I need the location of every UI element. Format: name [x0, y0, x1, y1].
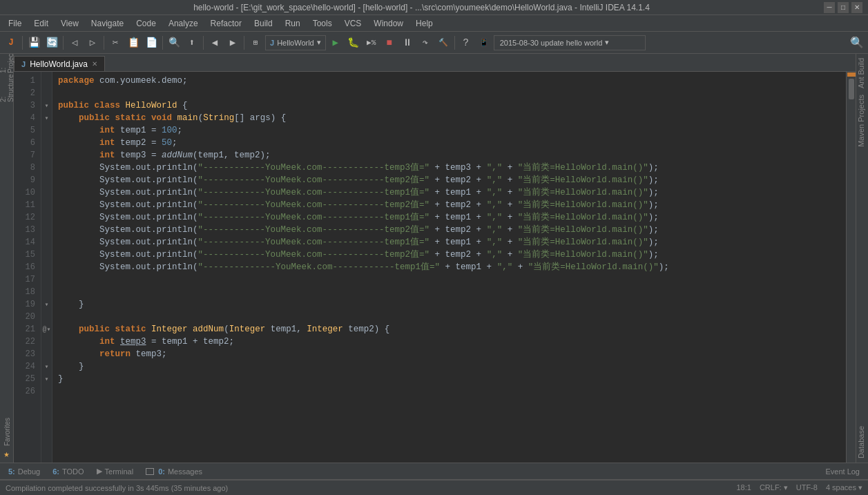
cut-button[interactable]: ✂: [107, 35, 124, 51]
gutter-row-26[interactable]: [41, 385, 52, 398]
messages-icon: [146, 468, 154, 475]
gutter-row-7[interactable]: [41, 149, 52, 162]
device-button[interactable]: 📱: [476, 35, 492, 51]
debug-tab[interactable]: 5: Debug: [3, 464, 46, 479]
scrollbar-thumb[interactable]: [849, 79, 854, 99]
messages-tab[interactable]: 0: Messages: [140, 464, 208, 479]
menu-edit[interactable]: Edit: [28, 17, 54, 30]
code-line-15: System.out.println("------------YouMeek.…: [58, 249, 843, 261]
gutter-row-14[interactable]: [41, 236, 52, 249]
gutter-row-1[interactable]: [41, 75, 52, 87]
ant-build-panel[interactable]: Ant Build: [858, 55, 867, 91]
sidebar-item-favorites[interactable]: Favorites: [1, 426, 12, 437]
gutter-row-22[interactable]: [41, 336, 52, 348]
event-log-button[interactable]: Event Log: [820, 464, 865, 479]
editor-tab-helloworld[interactable]: J HelloWorld.java ✕: [14, 56, 105, 71]
sidebar-item-project[interactable]: 1: Project: [1, 57, 12, 68]
step-over[interactable]: ↷: [417, 35, 434, 51]
build-project[interactable]: 🔨: [435, 35, 452, 51]
maven-projects-panel[interactable]: Maven Projects: [858, 92, 867, 150]
favorites-star-icon[interactable]: ★: [3, 445, 9, 463]
terminal-tab[interactable]: ▶ Terminal: [91, 464, 139, 479]
run-config-selector[interactable]: J HelloWorld ▾: [265, 35, 326, 50]
gutter-row-25[interactable]: ▾: [41, 373, 52, 385]
code-line-18: [58, 286, 843, 298]
save-button[interactable]: 💾: [26, 35, 42, 51]
gutter-row-9[interactable]: [41, 174, 52, 186]
scrollbar-track[interactable]: [849, 79, 854, 461]
menu-help[interactable]: Help: [410, 17, 438, 30]
help-button[interactable]: ?: [458, 35, 474, 51]
window-controls[interactable]: ─ □ ✕: [824, 2, 862, 13]
gutter-row-21[interactable]: @▾: [41, 323, 52, 336]
toolbar-separator-5: [203, 36, 204, 50]
menu-window[interactable]: Window: [368, 17, 409, 30]
redo-button[interactable]: ▷: [84, 35, 101, 51]
code-content[interactable]: package com.youmeek.demo; public class H…: [52, 72, 846, 463]
code-line-3: public class HelloWorld {: [58, 99, 843, 112]
gutter-row-23[interactable]: [41, 348, 52, 360]
gutter-row-15[interactable]: [41, 249, 52, 261]
paste-button[interactable]: 📄: [143, 35, 160, 51]
menu-view[interactable]: View: [55, 17, 84, 30]
code-line-19: }: [58, 298, 843, 311]
find-button[interactable]: 🔍: [166, 35, 182, 51]
menu-tools[interactable]: Tools: [307, 17, 338, 30]
gutter-row-5[interactable]: [41, 124, 52, 137]
menu-run[interactable]: Run: [280, 17, 306, 30]
close-button[interactable]: ✕: [851, 2, 862, 13]
copy-button[interactable]: 📋: [125, 35, 142, 51]
run-with-coverage[interactable]: ▶%: [363, 35, 380, 51]
menu-vcs[interactable]: VCS: [339, 17, 367, 30]
nav-back-button[interactable]: ◀: [206, 35, 223, 51]
gutter-row-16[interactable]: [41, 261, 52, 273]
vcs-commit-label[interactable]: 2015-08-30 update hello world ▾: [494, 35, 646, 50]
menu-file[interactable]: File: [3, 17, 27, 30]
gutter-row-20[interactable]: [41, 311, 52, 323]
right-scrollbar[interactable]: [846, 72, 856, 463]
gutter-row-13[interactable]: [41, 224, 52, 236]
gutter-row-2[interactable]: [41, 87, 52, 99]
messages-tab-num: 0:: [158, 467, 165, 476]
menu-build[interactable]: Build: [249, 17, 278, 30]
gutter-row-12[interactable]: [41, 211, 52, 224]
terminal-icon: ▶: [97, 467, 102, 476]
gutter-row-8[interactable]: [41, 162, 52, 174]
code-line-14: System.out.println("------------YouMeek.…: [58, 236, 843, 249]
menu-analyze[interactable]: Analyze: [163, 17, 204, 30]
gutter-row-17[interactable]: [41, 273, 52, 286]
sidebar-item-structure[interactable]: 2: Structure: [1, 83, 12, 94]
code-line-10: System.out.println("------------YouMeek.…: [58, 186, 843, 199]
intellij-icon[interactable]: J: [3, 35, 19, 51]
find-prev-button[interactable]: ⬆: [184, 35, 200, 51]
gutter-row-3[interactable]: ▾: [41, 99, 52, 112]
code-line-21: public static Integer addNum(Integer tem…: [58, 323, 843, 336]
menu-code[interactable]: Code: [131, 17, 162, 30]
gutter-row-18[interactable]: [41, 286, 52, 298]
code-line-26: [58, 385, 843, 398]
menu-navigate[interactable]: Navigate: [86, 17, 129, 30]
minimize-button[interactable]: ─: [824, 2, 835, 13]
todo-tab[interactable]: 6: TODO: [47, 464, 89, 479]
debug-button[interactable]: 🐛: [345, 35, 362, 51]
stop-button[interactable]: ■: [381, 35, 398, 51]
run-button[interactable]: ▶: [327, 35, 344, 51]
menu-refactor[interactable]: Refactor: [205, 17, 247, 30]
sync-button[interactable]: 🔄: [44, 35, 60, 51]
search-everywhere-button[interactable]: 🔍: [849, 35, 865, 51]
gutter-row-11[interactable]: [41, 199, 52, 211]
resume-button[interactable]: ⏸: [399, 35, 416, 51]
gutter-row-24[interactable]: ▾: [41, 360, 52, 373]
gutter-row-10[interactable]: [41, 186, 52, 199]
bookmark-button[interactable]: ⊞: [247, 35, 264, 51]
database-panel[interactable]: Database: [858, 423, 867, 461]
nav-fwd-button[interactable]: ▶: [224, 35, 241, 51]
tab-close-button[interactable]: ✕: [92, 60, 97, 68]
gutter-row-4[interactable]: ▾: [41, 112, 52, 124]
gutter-row-6[interactable]: [41, 137, 52, 149]
toolbar-separator-6: [244, 36, 244, 50]
gutter-row-19[interactable]: ▾: [41, 298, 52, 311]
maximize-button[interactable]: □: [838, 2, 849, 13]
undo-button[interactable]: ◁: [66, 35, 83, 51]
event-log-label: Event Log: [825, 467, 860, 476]
